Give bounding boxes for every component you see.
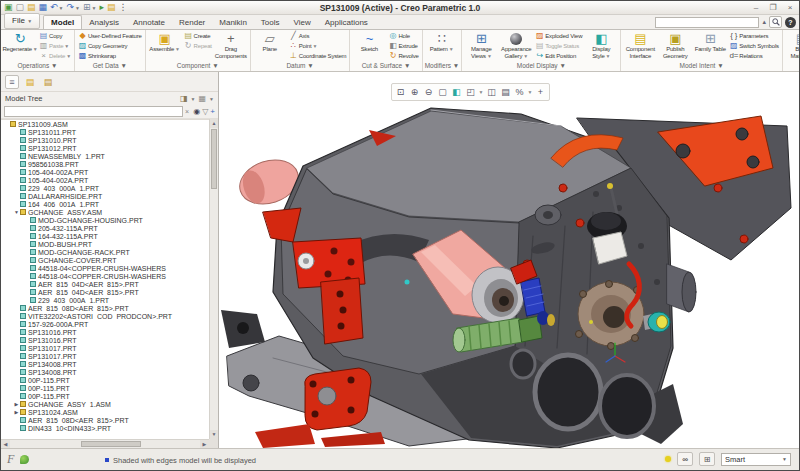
model-tree-tab[interactable]: ≡ <box>5 75 19 89</box>
coordinate-system-button[interactable]: ⊥Coordinate System <box>288 51 348 61</box>
save-button[interactable]: ▦ <box>38 2 49 13</box>
group-label-modifiers[interactable]: Modifiers ▼ <box>423 61 462 71</box>
folder-button[interactable]: ▤ <box>106 2 117 13</box>
chevron-down-icon[interactable]: ▼ <box>478 89 484 95</box>
hscroll-thumb[interactable] <box>81 441 141 447</box>
copy-button[interactable]: ▤Copy <box>38 31 72 41</box>
tree-vertical-scrollbar[interactable]: ▲ ▼ <box>209 119 218 439</box>
find-button[interactable]: ∞ <box>677 452 693 466</box>
window-button[interactable]: ⊞▼ <box>82 2 98 13</box>
tab-applications[interactable]: Applications <box>318 16 375 29</box>
group-label-datum[interactable]: Datum ▼ <box>251 61 350 71</box>
tree-item-din433-10-din433-prt[interactable]: DIN433_10<DIN433>.PRT <box>1 424 209 432</box>
help-button[interactable]: ? <box>785 17 796 28</box>
tree-item-vite32202-astori-cod-prodcon-prt[interactable]: VITE32202<ASTORI_COD_PRODCON>.PRT <box>1 312 209 320</box>
zoom-in-button[interactable]: ⊕ <box>408 85 421 99</box>
file-menu-button[interactable]: File ▼ <box>4 13 40 29</box>
tree-item-newassembly-1-prt[interactable]: NEWASSEMBLY_1.PRT <box>1 152 209 160</box>
tree-item-164-432-115a-prt[interactable]: 164-432-115A.PRT <box>1 232 209 240</box>
favorites-tab[interactable]: ▤ <box>41 75 55 89</box>
edit-position-button[interactable]: ↪Edit Position <box>534 51 583 61</box>
vscroll-thumb[interactable] <box>211 129 217 189</box>
tree-item-mod-bush-prt[interactable]: MOD-BUSH.PRT <box>1 240 209 248</box>
restore-button[interactable]: ❐ <box>768 2 778 14</box>
manage-views-button[interactable]: ⊞Manage Views▼ <box>464 31 498 61</box>
refit-button[interactable]: ⊡ <box>394 85 407 99</box>
scroll-right-icon[interactable]: ▶ <box>200 440 209 448</box>
tree-item-00p-115-prt[interactable]: 00P-115.PRT <box>1 384 209 392</box>
group-label-get-data[interactable]: Get Data ▼ <box>75 61 145 71</box>
saved-orientations-button[interactable]: ◰ <box>464 85 477 99</box>
group-label-investigate[interactable]: Investigate ▼ <box>783 61 799 71</box>
bill-of-materials-button[interactable]: ▤Bill of Materials0 <box>785 31 799 61</box>
tab-render[interactable]: Render <box>172 16 212 29</box>
repaint-button[interactable]: ▢ <box>436 85 449 99</box>
view-manager-button[interactable]: ◫ <box>485 85 498 99</box>
tree-horizontal-scrollbar[interactable]: ◀ ▶ <box>1 439 209 448</box>
chevron-down-icon[interactable]: ▼ <box>191 96 196 102</box>
tree-item-229-403-000a-1-prt[interactable]: 229_403_000A_1.PRT <box>1 296 209 304</box>
drag-components-button[interactable]: +Drag Components <box>214 31 248 61</box>
tree-item-sp134008-prt[interactable]: SP134008.PRT <box>1 368 209 376</box>
chevron-down-icon[interactable]: ▼ <box>527 89 533 95</box>
add-icon[interactable]: + <box>210 107 215 116</box>
plane-button[interactable]: ▱Plane <box>253 31 287 61</box>
tree-item-mod-gchange-rack-prt[interactable]: MOD-GCHANGE-RACK.PRT <box>1 248 209 256</box>
open-button[interactable]: ▤ <box>26 2 37 13</box>
tree-item-dallararhside-prt[interactable]: DALLARARHSIDE.PRT <box>1 192 209 200</box>
toggle-status-button[interactable]: ▤Toggle Status <box>534 41 583 51</box>
tree-item-157-926-000a-prt[interactable]: 157-926-000A.PRT <box>1 320 209 328</box>
axis-button[interactable]: ╱Axis <box>288 31 348 41</box>
spin-center-button[interactable]: + <box>534 85 547 99</box>
tree-item-00p-115-prt[interactable]: 00P-115.PRT <box>1 392 209 400</box>
shading-button[interactable]: ◧ <box>450 85 463 99</box>
tab-manikin[interactable]: Manikin <box>212 16 254 29</box>
user-defined-feature-button[interactable]: ◆User-Defined Feature <box>77 31 143 41</box>
tree-item-44518-04-copper-crush-washers[interactable]: 44518-04<COPPER-CRUSH-WASHERS <box>1 264 209 272</box>
tree-item-205-432-115a-prt[interactable]: 205-432-115A.PRT <box>1 224 209 232</box>
tab-model[interactable]: Model <box>43 15 82 29</box>
folder-browser-tab[interactable]: ▤ <box>23 75 37 89</box>
tree-item-sp131012-prt[interactable]: SP131012.PRT <box>1 144 209 152</box>
tree-item-gchange-cover-prt[interactable]: GCHANGE-COVER.PRT <box>1 256 209 264</box>
repeat-button[interactable]: ↻Repeat <box>183 41 213 51</box>
tree-item-sp131016-prt[interactable]: SP131016.PRT <box>1 328 209 336</box>
settings-icon[interactable]: ▦ <box>198 94 206 103</box>
parameters-button[interactable]: { }Parameters <box>728 31 780 41</box>
tree-item-229-403-000a-1-prt[interactable]: 229_403_000A_1.PRT <box>1 184 209 192</box>
search-button[interactable] <box>769 16 782 28</box>
appearance-status-icon[interactable] <box>20 455 29 464</box>
model-tree-search-input[interactable] <box>4 106 183 117</box>
tree-item-aer-815-08d-aer-815-prt[interactable]: AER_815_08D<AER_815>.PRT <box>1 416 209 424</box>
zoom-out-button[interactable]: ⊖ <box>422 85 435 99</box>
app-button[interactable]: ▣ <box>3 2 14 13</box>
tree-item-sp131016-prt[interactable]: SP131016.PRT <box>1 336 209 344</box>
tree-item-sp131009-asm[interactable]: SP131009.ASM <box>1 120 209 128</box>
tree-item-gchange-assy-1-asm[interactable]: ▶GCHANGE_ASSY_1.ASM <box>1 400 209 408</box>
switch-symbols-button[interactable]: ▨Switch Symbols <box>728 41 780 51</box>
tab-tools[interactable]: Tools <box>254 16 287 29</box>
delete-button[interactable]: ×Delete▼ <box>38 51 72 61</box>
clipboard-button[interactable]: ⊞ <box>699 452 715 466</box>
sketch-button[interactable]: ~Sketch <box>352 31 386 61</box>
tree-item-sp134008-prt[interactable]: SP134008.PRT <box>1 360 209 368</box>
tree-item-958561038-prt[interactable]: 958561038.PRT <box>1 160 209 168</box>
group-label-model-display[interactable]: Model Display ▼ <box>462 61 620 71</box>
tree-item-aer-815-04d-aer-815-prt[interactable]: AER_815_04D<AER_815>.PRT <box>1 280 209 288</box>
tree-item-44518-04-copper-crush-washers[interactable]: 44518-04<COPPER-CRUSH-WASHERS <box>1 272 209 280</box>
hole-button[interactable]: ◎Hole <box>387 31 419 41</box>
expand-icon[interactable]: ▶ <box>13 409 20 415</box>
redo-button[interactable]: ↷▼ <box>66 2 82 13</box>
tree-item-105-404-002a-prt[interactable]: 105-404-002A.PRT <box>1 168 209 176</box>
expand-icon[interactable]: ▶ <box>13 401 20 407</box>
command-search-input[interactable] <box>655 17 759 28</box>
scroll-left-icon[interactable]: ◀ <box>1 440 10 448</box>
tree-item-sp131017-prt[interactable]: SP131017.PRT <box>1 352 209 360</box>
pattern-button[interactable]: ∷Pattern▼ <box>425 31 459 61</box>
tab-annotate[interactable]: Annotate <box>126 16 172 29</box>
extrude-button[interactable]: ◧Extrude <box>387 41 419 51</box>
close-button[interactable]: × <box>785 2 795 14</box>
tree-item-164-406-001a-1-prt[interactable]: 164_406_001A_1.PRT <box>1 200 209 208</box>
minimize-button[interactable]: – <box>751 2 761 14</box>
cad-model-gearbox-assembly[interactable] <box>221 96 799 448</box>
